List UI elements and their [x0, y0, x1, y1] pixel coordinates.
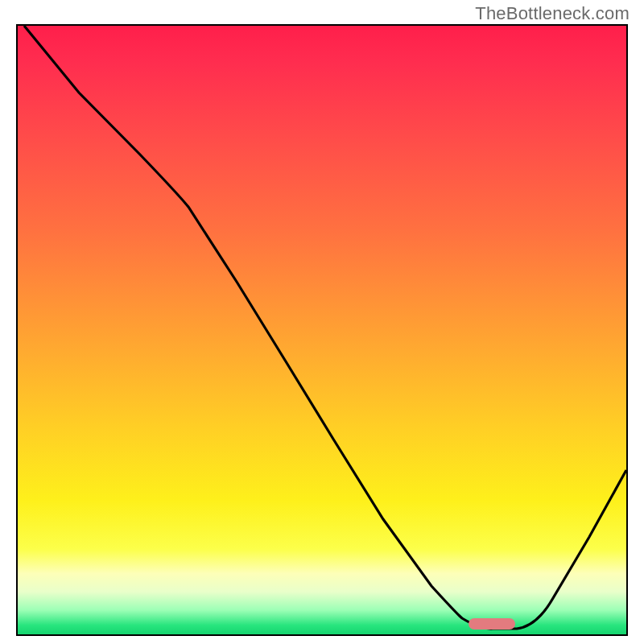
chart-container: TheBottleneck.com — [0, 0, 644, 644]
watermark-text: TheBottleneck.com — [475, 3, 630, 24]
plot-frame — [16, 24, 628, 636]
curve-path — [24, 26, 626, 629]
bottleneck-curve — [18, 26, 626, 634]
optimal-range-marker — [469, 618, 515, 630]
